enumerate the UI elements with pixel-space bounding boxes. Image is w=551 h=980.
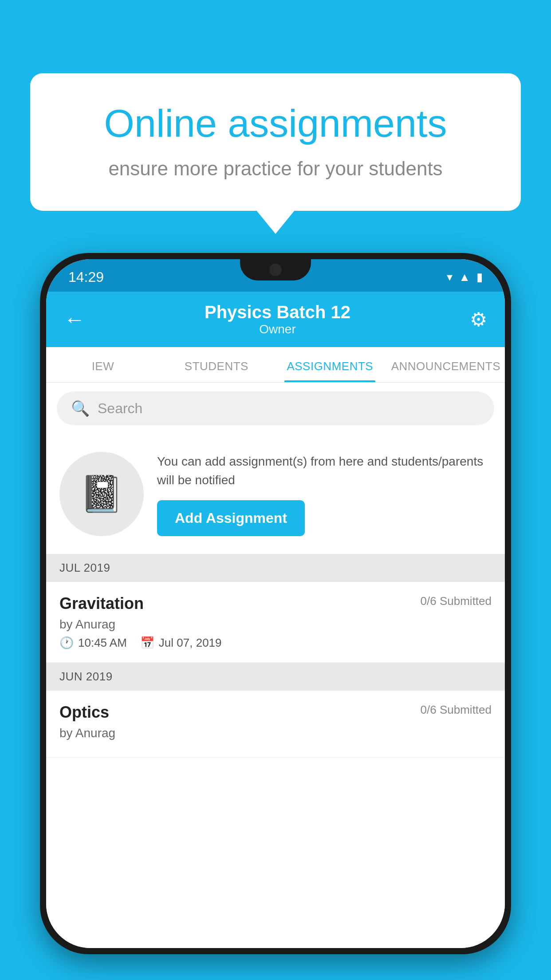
notebook-icon: 📓: [79, 473, 124, 515]
search-bar[interactable]: 🔍 Search: [57, 391, 494, 425]
back-button[interactable]: ←: [64, 307, 85, 332]
tab-assignments[interactable]: ASSIGNMENTS: [273, 347, 387, 382]
section-header-jun-text: JUN 2019: [59, 670, 113, 683]
phone-camera: [269, 264, 282, 276]
add-assignment-button[interactable]: Add Assignment: [157, 500, 305, 536]
promo-content: You can add assignment(s) from here and …: [157, 452, 492, 536]
assignment-by-optics: by Anurag: [59, 726, 492, 740]
assignment-meta: 🕐 10:45 AM 📅 Jul 07, 2019: [59, 636, 492, 650]
clock-icon: 🕐: [59, 636, 74, 650]
assignment-row-top: Gravitation 0/6 Submitted: [59, 594, 492, 613]
speech-bubble-title: Online assignments: [66, 100, 485, 147]
phone-frame: 14:29 ▾ ▲ ▮ ← Physics Batch 12 Owner ⚙: [40, 253, 511, 954]
signal-icon: ▲: [459, 270, 470, 284]
assignment-submitted: 0/6 Submitted: [421, 594, 492, 608]
section-header-jun: JUN 2019: [46, 663, 505, 691]
assignment-name-optics: Optics: [59, 703, 109, 722]
assignment-submitted-optics: 0/6 Submitted: [421, 703, 492, 717]
search-container: 🔍 Search: [46, 383, 505, 434]
search-placeholder: Search: [98, 400, 142, 417]
tab-students[interactable]: STUDENTS: [160, 347, 273, 382]
header-subtitle: Owner: [85, 322, 470, 336]
search-icon: 🔍: [71, 399, 90, 417]
tab-iew[interactable]: IEW: [46, 347, 160, 382]
battery-icon: ▮: [476, 270, 483, 284]
assignment-by: by Anurag: [59, 617, 492, 632]
assignment-item-optics[interactable]: Optics 0/6 Submitted by Anurag: [46, 691, 505, 758]
phone-notch: [240, 259, 311, 281]
phone-screen: 14:29 ▾ ▲ ▮ ← Physics Batch 12 Owner ⚙: [46, 259, 505, 948]
tabs-bar: IEW STUDENTS ASSIGNMENTS ANNOUNCEMENTS: [46, 347, 505, 383]
promo-icon-circle: 📓: [59, 452, 144, 536]
app-header: ← Physics Batch 12 Owner ⚙: [46, 292, 505, 347]
tab-announcements[interactable]: ANNOUNCEMENTS: [387, 347, 505, 382]
assignment-date: 📅 Jul 07, 2019: [140, 636, 222, 650]
promo-description: You can add assignment(s) from here and …: [157, 452, 492, 490]
section-header-jul: JUL 2019: [46, 554, 505, 582]
speech-bubble: Online assignments ensure more practice …: [30, 73, 521, 211]
section-header-jul-text: JUL 2019: [59, 561, 110, 574]
header-title-block: Physics Batch 12 Owner: [85, 302, 470, 336]
promo-section: 📓 You can add assignment(s) from here an…: [46, 434, 505, 554]
wifi-icon: ▾: [447, 270, 453, 284]
assignment-name: Gravitation: [59, 594, 144, 613]
screen-content: 🔍 Search 📓 You can add assignment(s) fro…: [46, 383, 505, 948]
speech-bubble-container: Online assignments ensure more practice …: [30, 73, 521, 211]
header-title: Physics Batch 12: [85, 302, 470, 322]
speech-bubble-subtitle: ensure more practice for your students: [66, 158, 485, 180]
assignment-item-gravitation[interactable]: Gravitation 0/6 Submitted by Anurag 🕐 10…: [46, 582, 505, 663]
settings-icon[interactable]: ⚙: [470, 308, 487, 331]
status-icons: ▾ ▲ ▮: [447, 270, 483, 284]
status-time: 14:29: [68, 269, 104, 285]
phone-container: 14:29 ▾ ▲ ▮ ← Physics Batch 12 Owner ⚙: [40, 253, 511, 980]
calendar-icon: 📅: [140, 636, 154, 650]
assignment-time: 🕐 10:45 AM: [59, 636, 127, 650]
assignment-row-top-optics: Optics 0/6 Submitted: [59, 703, 492, 722]
